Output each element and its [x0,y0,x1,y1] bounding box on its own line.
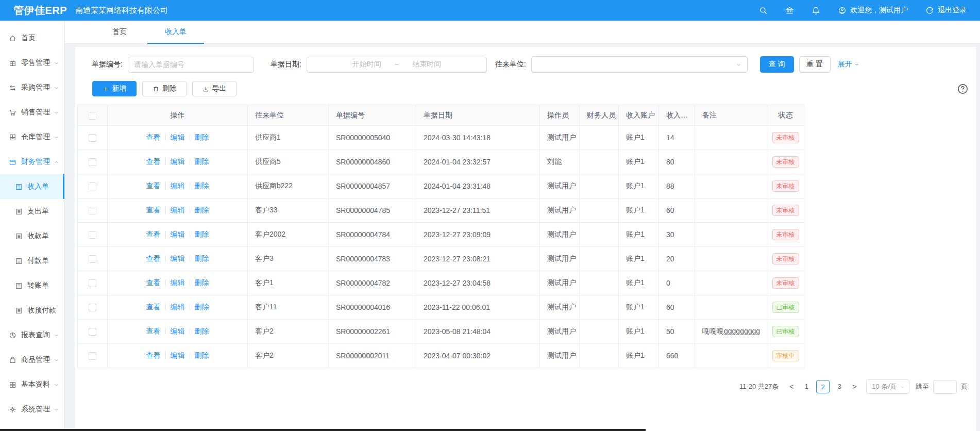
expand-link[interactable]: 展开 [838,60,860,69]
cell-date: 2023-05-08 21:48:04 [416,320,540,344]
delete-link[interactable]: 删除 [195,181,209,190]
sidebar-item-label: 采购管理 [21,83,50,92]
cell-partner: 客户2 [248,344,329,368]
view-link[interactable]: 查看 [146,303,161,311]
view-link[interactable]: 查看 [146,206,161,214]
edit-link[interactable]: 编辑 [171,327,185,335]
page-size-select[interactable]: 10 条/页 [866,379,909,394]
row-checkbox[interactable] [89,328,96,336]
search-button[interactable]: 查 询 [760,56,794,73]
sidebar-item-warehouse[interactable]: 仓库管理 [0,125,64,150]
view-link[interactable]: 查看 [146,351,161,359]
chevron-down-icon [54,85,59,91]
cell-finance [580,198,619,223]
report-icon [9,331,16,339]
row-checkbox[interactable] [89,279,96,287]
sidebar-item-expense[interactable]: 支出单 [0,199,64,224]
export-button[interactable]: 导出 [192,81,236,96]
cell-partner: 供应商1 [248,126,329,150]
sidebar-item-retail[interactable]: 零售管理 [0,51,64,75]
sidebar-item-receipt[interactable]: 收款单 [0,224,64,248]
view-link[interactable]: 查看 [146,133,161,141]
jump-page-input[interactable] [933,380,957,394]
sidebar-item-system[interactable]: 系统管理 [0,397,64,422]
sidebar-item-prepaid[interactable]: 收预付款 [0,298,64,323]
bill-no-input[interactable] [128,57,254,73]
row-checkbox[interactable] [89,158,96,166]
help-icon[interactable] [957,83,969,95]
row-checkbox[interactable] [89,255,96,263]
prev-page-button[interactable]: < [785,383,798,391]
edit-link[interactable]: 编辑 [171,254,185,262]
expand-text: 展开 [838,60,852,69]
bell-icon[interactable] [812,6,820,15]
delete-button[interactable]: 删除 [142,81,187,96]
edit-link[interactable]: 编辑 [171,278,185,287]
delete-link[interactable]: 删除 [195,230,209,238]
cell-remark [695,150,767,174]
column-header: 备注 [695,105,767,126]
view-link[interactable]: 查看 [146,254,161,262]
edit-link[interactable]: 编辑 [171,303,185,311]
view-link[interactable]: 查看 [146,230,161,238]
retail-icon [9,59,16,67]
next-page-button[interactable]: > [848,383,861,391]
edit-link[interactable]: 编辑 [171,351,185,359]
delete-link[interactable]: 删除 [195,278,209,287]
page-button-3[interactable]: 3 [833,380,846,393]
delete-link[interactable]: 删除 [195,206,209,214]
sidebar-item-sales[interactable]: 销售管理 [0,100,64,125]
view-link[interactable]: 查看 [146,157,161,165]
edit-link[interactable]: 编辑 [171,206,185,214]
add-button[interactable]: 新增 [92,81,137,96]
delete-link[interactable]: 删除 [195,303,209,311]
row-checkbox[interactable] [89,231,96,239]
row-checkbox[interactable] [89,304,96,311]
date-range-picker[interactable]: 开始时间 ~ 结束时间 [307,57,487,73]
reset-button[interactable]: 重 置 [799,56,831,73]
cell-finance [580,320,619,344]
delete-link[interactable]: 删除 [195,133,209,141]
edit-link[interactable]: 编辑 [171,181,185,190]
logout-text: 退出登录 [938,6,967,15]
row-checkbox[interactable] [89,183,96,190]
cell-operator: 测试用户 [540,320,580,344]
sidebar-item-transfer[interactable]: 转账单 [0,273,64,298]
sidebar-item-purchase[interactable]: 采购管理 [0,75,64,100]
select-all-checkbox[interactable] [89,112,96,120]
row-checkbox[interactable] [89,352,96,360]
sidebar-item-basic[interactable]: 基本资料 [0,372,64,397]
view-link[interactable]: 查看 [146,181,161,190]
partner-select[interactable] [531,56,748,73]
tab-home[interactable]: 首页 [95,21,144,43]
delete-link[interactable]: 删除 [195,254,209,262]
sidebar-item-payment[interactable]: 付款单 [0,248,64,273]
welcome-user[interactable]: 欢迎您，测试用户 [838,6,908,15]
logout-button[interactable]: 退出登录 [925,6,967,15]
edit-link[interactable]: 编辑 [171,157,185,165]
view-link[interactable]: 查看 [146,278,161,287]
cell-partner: 客户33 [248,198,329,223]
row-checkbox[interactable] [89,207,96,214]
page-button-1[interactable]: 1 [800,380,813,393]
user-icon [838,6,847,15]
page-button-2[interactable]: 2 [816,380,830,393]
divider [165,207,166,213]
row-checkbox[interactable] [89,134,96,142]
edit-link[interactable]: 编辑 [171,133,185,141]
edit-link[interactable]: 编辑 [171,230,185,238]
delete-link[interactable]: 删除 [195,351,209,359]
bank-icon[interactable] [785,6,794,15]
sidebar-item-home[interactable]: 首页 [0,26,64,51]
sidebar-item-finance[interactable]: 财务管理 [0,150,64,174]
delete-link[interactable]: 删除 [195,157,209,165]
pagination-total: 11-20 共27条 [739,382,779,391]
cell-account: 账户1 [619,247,659,271]
delete-link[interactable]: 删除 [195,327,209,335]
sidebar-item-report[interactable]: 报表查询 [0,323,64,347]
tab-income[interactable]: 收入单 [147,21,204,43]
search-icon[interactable] [759,6,768,15]
sidebar-item-income[interactable]: 收入单 [0,174,64,199]
view-link[interactable]: 查看 [146,327,161,335]
sidebar-item-goods[interactable]: 商品管理 [0,347,64,372]
